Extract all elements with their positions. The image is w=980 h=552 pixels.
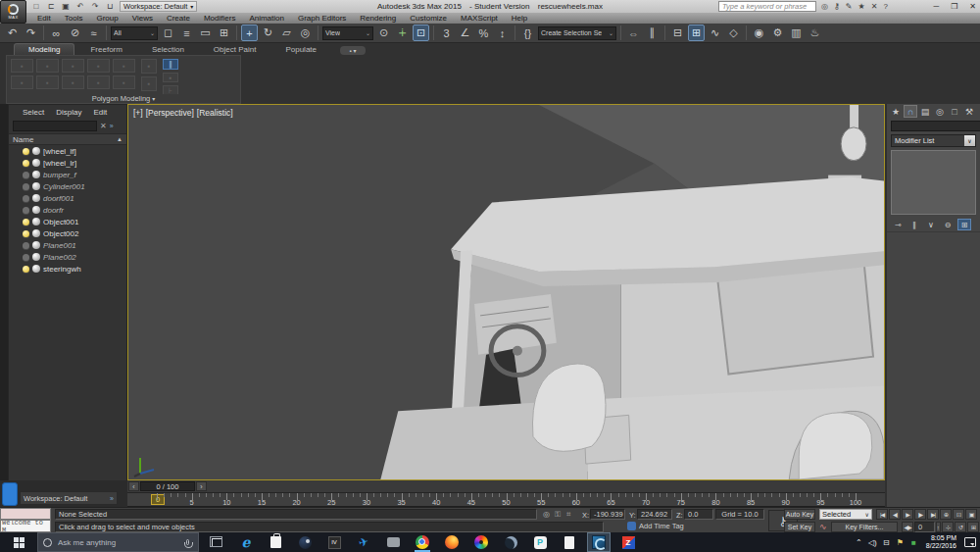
show-end-result-icon[interactable]: ∥ <box>907 219 921 230</box>
named-selection-sets-icon[interactable]: {} <box>519 25 536 41</box>
viewport-label[interactable]: [+] [Perspective] [Realistic] <box>133 108 233 118</box>
cortana-search-box[interactable] <box>37 532 199 552</box>
menu-views[interactable]: Views <box>125 14 160 23</box>
curve-editor-icon[interactable]: ∿ <box>707 25 723 41</box>
material-editor-icon[interactable]: ◉ <box>751 25 767 41</box>
use-pivot-point-icon[interactable]: ⊙ <box>375 25 392 41</box>
menu-rendering[interactable]: Rendering <box>353 14 403 23</box>
explorer-menu-display[interactable]: Display <box>52 108 85 117</box>
mirror-icon[interactable]: ⇔ <box>625 25 642 41</box>
polygon-modeling-tool-button[interactable]: ▪ <box>11 59 33 73</box>
menu-edit[interactable]: Edit <box>30 14 58 23</box>
more-chevrons-icon[interactable]: » <box>110 123 114 129</box>
app-iv-icon[interactable]: IV <box>322 532 346 552</box>
modifier-list-dropdown[interactable]: Modifier List ∨ <box>891 134 976 147</box>
new-scene-icon[interactable]: □ <box>30 2 42 11</box>
list-item[interactable]: Cylinder001 <box>9 180 126 192</box>
go-to-start-icon[interactable]: |◀ <box>876 509 888 520</box>
schematic-view-icon[interactable]: ◇ <box>725 25 742 41</box>
steam-icon[interactable] <box>293 532 317 552</box>
key-mode-toggle-icon[interactable]: ◀▶ <box>902 522 913 532</box>
maximize-viewport-icon[interactable]: ⊞ <box>967 522 979 532</box>
polygon-modeling-tool-button[interactable]: ▪ <box>141 76 157 91</box>
selection-filter-dropdown[interactable]: All⌄ <box>111 26 158 40</box>
menu-animation[interactable]: Animation <box>242 14 291 23</box>
pan-hand-icon[interactable]: ⊹ <box>942 522 954 532</box>
configure-modifier-sets-icon[interactable]: ⊞ <box>957 219 971 230</box>
ribbon-options-icon[interactable]: ▪ ▾ <box>340 46 366 55</box>
clear-search-icon[interactable]: ✕ <box>100 122 107 130</box>
x-coordinate-field[interactable]: -190.939 <box>590 509 625 520</box>
edge-icon[interactable]: e <box>234 532 258 552</box>
taskbar-clock[interactable]: 8:05 PM 8/22/2016 <box>926 534 956 550</box>
start-button[interactable] <box>0 532 37 552</box>
display-tab-icon[interactable]: □ <box>948 105 961 118</box>
cortana-search-input[interactable] <box>56 537 182 548</box>
macro-recorder-pane[interactable] <box>0 508 51 520</box>
z-app-icon[interactable]: Z <box>616 532 640 552</box>
visibility-bulb-icon[interactable] <box>23 195 29 202</box>
zoom-extents-icon[interactable]: ⊡ <box>953 509 964 520</box>
object-name-field[interactable] <box>891 121 980 131</box>
remove-modifier-icon[interactable]: ⊖ <box>941 219 955 230</box>
exchange-app-icon[interactable]: ✕ <box>871 2 878 11</box>
save-file-icon[interactable]: ▣ <box>60 2 72 11</box>
help-search-input[interactable] <box>718 1 816 12</box>
time-range-display[interactable]: 0 / 100 <box>140 481 195 491</box>
maximize-button[interactable]: ❒ <box>951 2 957 11</box>
tab-modeling[interactable]: Modeling <box>14 43 74 55</box>
workspace-dropdown[interactable]: Workspace: Default ▾ <box>120 1 197 12</box>
reference-coordinate-dropdown[interactable]: View⌄ <box>322 26 373 40</box>
maxscript-listener-pane[interactable]: Welcome to M <box>0 520 51 532</box>
modifier-stack[interactable] <box>891 150 976 215</box>
list-item[interactable]: Object001 <box>9 216 126 227</box>
list-item[interactable]: bumper_f <box>9 169 126 180</box>
menu-group[interactable]: Group <box>89 14 124 23</box>
current-frame-field[interactable]: 0 <box>914 522 935 532</box>
select-object-icon[interactable]: ◻ <box>160 25 176 41</box>
document-app-icon[interactable] <box>558 532 581 552</box>
orbit-icon[interactable]: ↺ <box>955 522 966 532</box>
select-and-link-icon[interactable]: ∞ <box>48 25 65 41</box>
render-production-icon[interactable]: ♨ <box>807 25 823 41</box>
menu-modifiers[interactable]: Modifiers <box>197 14 242 23</box>
visibility-bulb-icon[interactable] <box>23 148 29 155</box>
keyboard-shortcut-override-icon[interactable]: ⊡ <box>413 25 429 41</box>
select-by-name-icon[interactable]: ≡ <box>178 25 195 41</box>
absolute-offset-mode-icon[interactable]: ⌗ <box>566 510 571 520</box>
z-coordinate-field[interactable]: 0.0 <box>684 509 713 520</box>
bottom-workspace-bar[interactable]: Workspace: Default » <box>20 491 118 505</box>
default-in-out-tangent-icon[interactable]: ∿ <box>819 522 827 531</box>
redo-dropdown-icon[interactable]: ↷ <box>89 2 101 11</box>
angle-snap-icon[interactable]: ∠ <box>457 25 473 41</box>
time-slider[interactable]: 0 <box>151 494 165 505</box>
viewport-canvas[interactable] <box>128 105 884 479</box>
next-frame-icon[interactable]: |▶ <box>914 509 926 520</box>
explorer-name-header[interactable]: Name ▲ <box>9 133 126 145</box>
select-and-rotate-icon[interactable]: ↻ <box>260 25 276 41</box>
list-item[interactable]: steeringwh <box>9 263 126 275</box>
range-left-button[interactable]: ‹ <box>128 481 139 491</box>
render-setup-icon[interactable]: ⚙ <box>769 25 786 41</box>
color-wheel-icon[interactable] <box>469 532 493 552</box>
window-crossing-icon[interactable]: ⊞ <box>216 25 232 41</box>
action-flag-icon[interactable]: ⚑ <box>896 538 905 547</box>
list-item[interactable]: Plane002 <box>9 251 126 263</box>
frame-spinner[interactable]: ↕ <box>936 522 941 532</box>
menu-maxscript[interactable]: MAXScript <box>454 14 505 23</box>
select-and-scale-icon[interactable]: ▱ <box>278 25 295 41</box>
ribbon-panel-label[interactable]: Polygon Modeling ▾ <box>6 94 241 104</box>
favorites-star-icon[interactable]: ★ <box>858 2 865 11</box>
polygon-modeling-tool-button[interactable]: ▪ <box>36 59 59 73</box>
align-icon[interactable]: ∥ <box>644 25 661 41</box>
viewport-plus-menu[interactable]: [+] <box>133 108 143 118</box>
undo-icon[interactable]: ↶ <box>4 25 21 41</box>
task-view-icon[interactable] <box>205 532 228 552</box>
search-binoculars-icon[interactable]: ◎ <box>821 2 828 11</box>
tab-freeform[interactable]: Freeform <box>76 44 135 55</box>
key-icon[interactable]: ⚷ <box>834 2 840 11</box>
selection-lock-icon[interactable]: ⚿ <box>555 510 561 520</box>
send-plane-icon[interactable]: ✈ <box>352 532 375 552</box>
visibility-bulb-icon[interactable] <box>23 160 29 167</box>
open-file-icon[interactable]: ⊏ <box>45 2 57 11</box>
